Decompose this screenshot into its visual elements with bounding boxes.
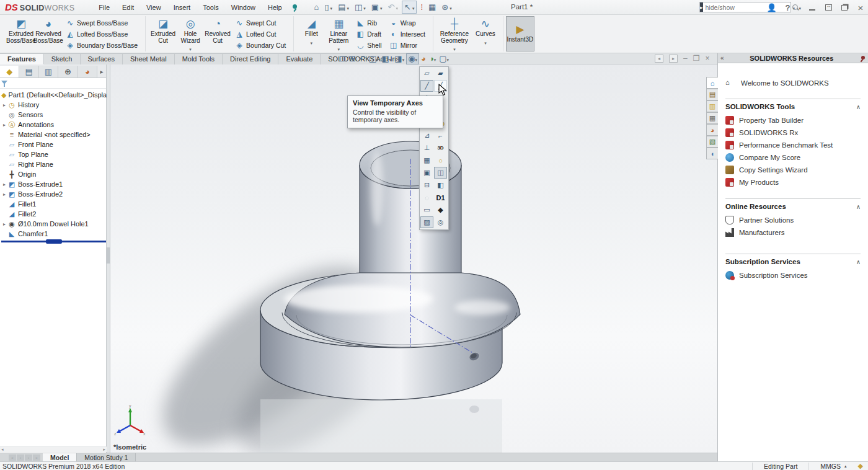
tab-configuration-manager[interactable]: ▥ <box>39 66 58 78</box>
document-close-icon[interactable]: × <box>705 54 709 63</box>
view-decals-button[interactable]: ◌ <box>420 192 433 203</box>
swept-boss-base-button[interactable]: ∿Swept Boss/Base <box>64 17 140 28</box>
view-sketch-planes-button[interactable]: ◫ <box>434 167 447 179</box>
tab-features[interactable]: Features <box>0 53 44 64</box>
tab-custom-properties[interactable]: ▧ <box>706 136 718 148</box>
copy-settings-wizard-link[interactable]: Copy Settings Wizard <box>725 164 861 176</box>
manufacturers-link[interactable]: Manufacturers <box>725 226 861 239</box>
chevron-down-icon[interactable] <box>450 2 452 12</box>
tree-item-right-plane[interactable]: ▱Right Plane <box>1 159 106 169</box>
tab-solidworks-forum[interactable]: ◖ <box>706 148 718 159</box>
tab-sketch[interactable]: Sketch <box>44 53 81 64</box>
menu-tools[interactable]: Tools <box>197 2 224 13</box>
draft-button[interactable]: ◧Draft <box>354 29 383 39</box>
tab-surfaces[interactable]: Surfaces <box>81 53 123 64</box>
next-document-icon[interactable]: ▸ <box>669 55 678 63</box>
intersect-button[interactable]: ◐Intersect <box>388 29 427 39</box>
previous-view-button[interactable]: ↶ <box>358 53 367 64</box>
tree-item-front-plane[interactable]: ▱Front Plane <box>1 140 106 149</box>
tab-view-palette[interactable]: ▦ <box>706 112 718 124</box>
extruded-cut-button[interactable]: ◪Extruded Cut <box>149 17 177 51</box>
tree-item-material[interactable]: ≡Material <not specified> <box>1 130 106 140</box>
hide-show-items-button[interactable]: ◉ <box>406 53 419 64</box>
lofted-boss-base-button[interactable]: ◭Lofted Boss/Base <box>64 29 140 39</box>
view-cosmetic-threads-button[interactable]: ▭ <box>420 204 433 216</box>
units-selector[interactable]: MMGS▴ <box>808 463 857 470</box>
pin-panel-icon[interactable] <box>859 55 866 61</box>
tab-display-manager[interactable]: ◕ <box>78 66 97 78</box>
collapse-section-icon[interactable]: ∧ <box>856 203 861 210</box>
display-style-button[interactable]: ◨ <box>393 53 405 64</box>
compare-my-score-link[interactable]: Compare My Score <box>725 151 861 164</box>
partner-solutions-link[interactable]: Partner Solutions <box>725 214 861 226</box>
chevron-down-icon[interactable] <box>363 2 366 12</box>
menu-file[interactable]: File <box>93 2 115 13</box>
mirror-button[interactable]: ◫Mirror <box>388 40 427 50</box>
view-bounding-box-button[interactable]: ◧ <box>434 179 447 191</box>
reference-geometry-button[interactable]: ┼Reference Geometry <box>437 17 472 51</box>
expand-arrow-icon[interactable]: ▸ <box>1 102 7 108</box>
property-tab-builder-link[interactable]: Property Tab Builder <box>725 114 861 126</box>
previous-tab-icon[interactable]: ‹ <box>17 454 24 461</box>
tree-item-annotations[interactable]: ▸ⒶAnnotations <box>1 120 106 130</box>
chevron-down-icon[interactable] <box>453 45 456 52</box>
view-ambient-occlusion-button[interactable]: ◆ <box>434 204 447 216</box>
tab-feature-manager[interactable]: ◆ <box>0 66 19 78</box>
last-tab-icon[interactable]: » <box>33 454 40 461</box>
tab-model[interactable]: Model <box>43 453 77 461</box>
xpress-products-button[interactable]: ⁞ <box>418 1 425 13</box>
chevron-down-icon[interactable] <box>402 54 405 63</box>
section-view-button[interactable]: ◫ <box>368 53 380 64</box>
view-cameras-button[interactable]: ▣ <box>420 167 433 179</box>
first-tab-icon[interactable]: « <box>9 454 16 461</box>
tab-design-library[interactable]: ▤ <box>706 89 718 100</box>
menu-window[interactable]: Window <box>226 2 261 13</box>
tree-item-boss-extrude2[interactable]: ▸◩Boss-Extrude2 <box>1 189 106 199</box>
expand-arrow-icon[interactable]: ▸ <box>1 182 7 187</box>
view-planes-button[interactable]: ▱ <box>420 68 433 79</box>
revolved-boss-base-button[interactable]: ◕Revolved Boss/Base <box>35 17 62 51</box>
tree-item-history[interactable]: ▸◷History <box>1 100 106 110</box>
tree-item-fillet2[interactable]: ◢Fillet2 <box>1 209 106 219</box>
undo-button[interactable]: ↶ <box>386 1 400 13</box>
expand-arrow-icon[interactable]: ▸ <box>1 192 7 197</box>
tab-direct-editing[interactable]: Direct Editing <box>223 53 278 64</box>
home-button[interactable]: ⌂ <box>312 1 321 13</box>
open-button[interactable]: ▤ <box>336 1 351 13</box>
instant3d-button[interactable]: ▶ Instant3D <box>506 16 534 51</box>
view-parting-lines-button[interactable]: ⌐ <box>434 130 447 141</box>
previous-document-icon[interactable]: ◂ <box>655 55 663 63</box>
expand-arrow-icon[interactable]: ▸ <box>1 122 7 128</box>
tree-item-boss-extrude1[interactable]: ▸◩Boss-Extrude1 <box>1 179 106 189</box>
view-3d-sketch-planes-button[interactable]: 3D <box>434 142 447 154</box>
chevron-down-icon[interactable] <box>415 54 418 63</box>
my-products-link[interactable]: My Products <box>725 176 861 188</box>
document-minimize-icon[interactable]: – <box>683 54 688 63</box>
tab-evaluate[interactable]: Evaluate <box>278 53 321 64</box>
lofted-cut-button[interactable]: ◮Lofted Cut <box>233 29 288 39</box>
select-button[interactable]: ↖ <box>402 1 417 14</box>
chevron-down-icon[interactable] <box>338 45 340 52</box>
chevron-down-icon[interactable] <box>347 2 349 12</box>
tree-item-sensors[interactable]: ◎Sensors <box>1 110 106 120</box>
tab-mold-tools[interactable]: Mold Tools <box>175 53 223 64</box>
tree-filter-input[interactable] <box>10 79 105 87</box>
zoom-to-area-button[interactable]: ⊞ <box>348 53 357 64</box>
tab-motion-study-1[interactable]: Motion Study 1 <box>77 453 136 461</box>
extruded-boss-base-button[interactable]: ◩Extruded Boss/Base <box>7 17 35 51</box>
chevron-down-icon[interactable] <box>389 54 392 63</box>
chevron-down-icon[interactable] <box>412 2 415 12</box>
apply-scene-button[interactable]: ◑ <box>428 53 437 64</box>
view-all-types-button[interactable]: ◎ <box>434 216 447 228</box>
chevron-down-icon[interactable] <box>447 54 450 63</box>
document-restore-icon[interactable]: ❐ <box>693 54 700 63</box>
print-button[interactable]: ▣ <box>370 1 384 13</box>
restore-button[interactable] <box>839 2 849 12</box>
rib-button[interactable]: ◣Rib <box>354 17 383 28</box>
view-grid-button[interactable]: ▦ <box>420 154 433 166</box>
view-perpendicular-button[interactable]: ⊥ <box>420 142 433 154</box>
user-account-icon[interactable]: 👤 <box>766 2 776 12</box>
wrap-button[interactable]: ◒Wrap <box>388 17 427 28</box>
solidworks-rx-link[interactable]: SOLIDWORKS Rx <box>725 126 861 139</box>
rollback-bar[interactable] <box>1 241 106 242</box>
